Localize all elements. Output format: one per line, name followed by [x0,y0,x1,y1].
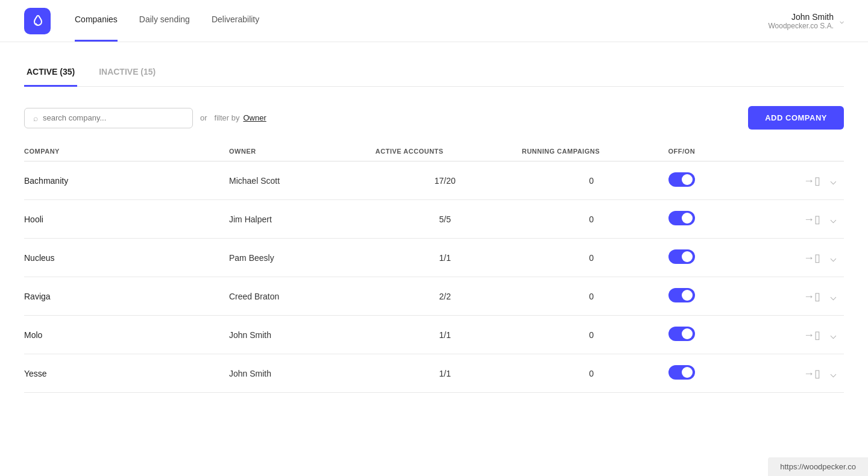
expand-row-icon[interactable]: ⌵ [830,213,837,226]
enter-company-icon[interactable]: →▯ [804,251,820,265]
tab-inactive[interactable]: INACTIVE (15) [96,61,158,87]
user-menu[interactable]: John Smith Woodpecker.co S.A. ⌵ [768,12,844,30]
cell-actions: →▯ ⌵ [756,316,844,354]
table-row: Bachmanity Michael Scott 17/20 0 →▯ ⌵ [24,161,844,200]
expand-row-icon[interactable]: ⌵ [830,174,837,187]
tab-active[interactable]: ACTIVE (35) [24,61,77,87]
cell-accounts: 1/1 [376,316,522,354]
action-icons: →▯ ⌵ [756,251,837,265]
cell-campaigns: 0 [522,354,668,393]
cell-accounts: 5/5 [376,200,522,239]
table-header-row: COMPANY OWNER ACTIVE ACCOUNTS RUNNING CA… [24,142,844,161]
cell-campaigns: 0 [522,239,668,277]
cell-owner: Creed Braton [229,277,376,316]
cell-company: Nucleus [24,239,229,277]
cell-owner: Pam Beesly [229,239,376,277]
nav-links: Companies Daily sending Deliverability [75,0,259,42]
toggle-switch-0[interactable] [668,172,695,187]
cell-accounts: 1/1 [376,354,522,393]
filter-row: ⌕ or filter by Owner ADD COMPANY [24,106,844,130]
col-header-company: COMPANY [24,142,229,161]
cell-campaigns: 0 [522,277,668,316]
cell-actions: →▯ ⌵ [756,277,844,316]
enter-company-icon[interactable]: →▯ [804,367,820,380]
cell-company: Yesse [24,354,229,393]
col-header-campaigns: RUNNING CAMPAIGNS [522,142,668,161]
col-header-owner: OWNER [229,142,376,161]
action-icons: →▯ ⌵ [756,174,837,187]
cell-owner: John Smith [229,316,376,354]
action-icons: →▯ ⌵ [756,290,837,303]
cell-toggle [668,316,756,354]
cell-actions: →▯ ⌵ [756,354,844,393]
toggle-switch-4[interactable] [668,327,695,341]
cell-campaigns: 0 [522,200,668,239]
col-header-accounts: ACTIVE ACCOUNTS [376,142,522,161]
action-icons: →▯ ⌵ [756,213,837,226]
toggle-switch-3[interactable] [668,288,695,302]
main-content: ACTIVE (35) INACTIVE (15) ⌕ or filter by… [0,60,868,393]
cell-actions: →▯ ⌵ [756,239,844,277]
toggle-switch-5[interactable] [668,365,695,380]
logo[interactable] [24,8,51,34]
user-company: Woodpecker.co S.A. [768,22,834,30]
cell-toggle [668,354,756,393]
cell-company: Molo [24,316,229,354]
cell-company: Bachmanity [24,161,229,200]
expand-row-icon[interactable]: ⌵ [830,367,837,380]
enter-company-icon[interactable]: →▯ [804,328,820,342]
nav-companies[interactable]: Companies [75,0,118,42]
action-icons: →▯ ⌵ [756,328,837,342]
companies-table: COMPANY OWNER ACTIVE ACCOUNTS RUNNING CA… [24,142,844,393]
add-company-button[interactable]: ADD COMPANY [748,106,844,130]
cell-toggle [668,161,756,200]
nav-deliverability[interactable]: Deliverability [212,0,259,42]
table-row: Nucleus Pam Beesly 1/1 0 →▯ ⌵ [24,239,844,277]
cell-owner: Jim Halpert [229,200,376,239]
table-row: Hooli Jim Halpert 5/5 0 →▯ ⌵ [24,200,844,239]
search-input[interactable] [43,113,184,122]
cell-accounts: 1/1 [376,239,522,277]
user-name: John Smith [768,12,834,22]
cell-campaigns: 0 [522,161,668,200]
cell-accounts: 2/2 [376,277,522,316]
filter-by-label: filter by [215,113,240,122]
table-row: Molo John Smith 1/1 0 →▯ ⌵ [24,316,844,354]
navbar: Companies Daily sending Deliverability J… [0,0,868,42]
enter-company-icon[interactable]: →▯ [804,290,820,303]
cell-toggle [668,239,756,277]
cell-toggle [668,200,756,239]
filter-or-label: or [200,113,207,122]
cell-company: Hooli [24,200,229,239]
action-icons: →▯ ⌵ [756,367,837,380]
cell-actions: →▯ ⌵ [756,200,844,239]
tabs: ACTIVE (35) INACTIVE (15) [24,60,844,87]
expand-row-icon[interactable]: ⌵ [830,251,837,265]
cell-actions: →▯ ⌵ [756,161,844,200]
col-header-actions [756,142,844,161]
filter-owner[interactable]: Owner [243,113,266,122]
cell-campaigns: 0 [522,316,668,354]
table-row: Raviga Creed Braton 2/2 0 →▯ ⌵ [24,277,844,316]
cell-accounts: 17/20 [376,161,522,200]
user-menu-chevron: ⌵ [840,17,844,25]
expand-row-icon[interactable]: ⌵ [830,328,837,342]
search-box: ⌕ [24,108,193,128]
toggle-switch-1[interactable] [668,211,695,225]
cell-owner: Michael Scott [229,161,376,200]
col-header-toggle: OFF/ON [668,142,756,161]
cell-toggle [668,277,756,316]
user-info: John Smith Woodpecker.co S.A. [768,12,834,30]
enter-company-icon[interactable]: →▯ [804,174,820,187]
expand-row-icon[interactable]: ⌵ [830,290,837,303]
search-icon: ⌕ [33,113,38,123]
cell-owner: John Smith [229,354,376,393]
enter-company-icon[interactable]: →▯ [804,213,820,226]
cell-company: Raviga [24,277,229,316]
nav-daily-sending[interactable]: Daily sending [139,0,190,42]
table-row: Yesse John Smith 1/1 0 →▯ ⌵ [24,354,844,393]
toggle-switch-2[interactable] [668,249,695,264]
